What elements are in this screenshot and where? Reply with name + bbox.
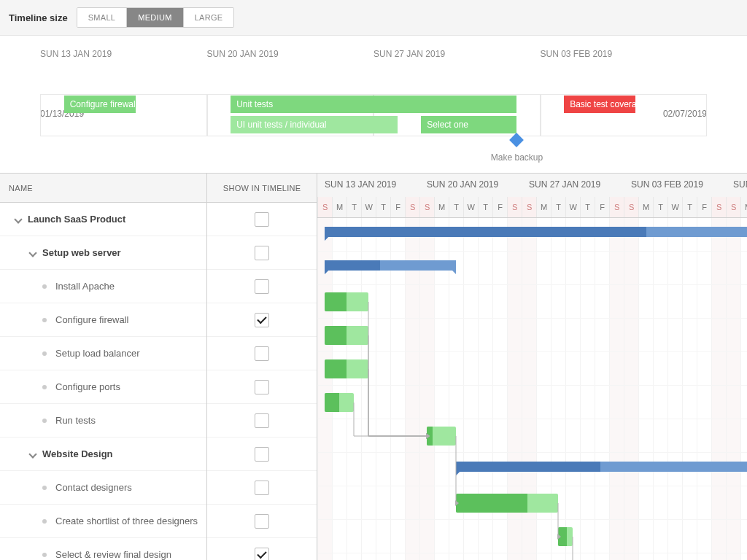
bullet-icon xyxy=(42,385,47,389)
chevron-down-icon[interactable] xyxy=(28,248,38,258)
task-row[interactable]: Run tests xyxy=(0,404,206,438)
week-label: SUN 27 JAN 2019 xyxy=(529,179,600,190)
show-cell xyxy=(207,471,317,505)
task-name: Configure firewall xyxy=(55,314,128,325)
task-name: Launch SaaS Product xyxy=(28,214,125,225)
day-header: S xyxy=(507,197,522,217)
task-name: Install Apache xyxy=(55,281,115,292)
task-bar[interactable] xyxy=(325,326,368,345)
timeline-column[interactable]: SUN 13 JAN 2019SUN 20 JAN 2019SUN 27 JAN… xyxy=(317,174,747,560)
overview-panel: 01/13/2019 02/07/2019 SUN 13 JAN 2019SUN… xyxy=(0,36,747,173)
show-checkbox[interactable] xyxy=(255,514,269,529)
bullet-icon xyxy=(42,284,47,289)
day-header: T xyxy=(478,197,492,217)
task-row[interactable]: Select & review final design xyxy=(0,538,206,560)
show-checkbox[interactable] xyxy=(255,413,269,428)
day-header: S xyxy=(522,197,536,217)
day-header: F xyxy=(492,197,507,217)
show-checkbox[interactable] xyxy=(255,246,269,260)
overview-bar[interactable]: Configure firewall xyxy=(64,96,136,113)
day-header: F xyxy=(697,197,711,217)
overview-week-label: SUN 03 FEB 2019 xyxy=(541,49,613,59)
task-name: Select & review final design xyxy=(55,549,171,560)
task-row[interactable]: Contact designers xyxy=(0,471,206,505)
task-name: Configure ports xyxy=(55,381,120,392)
show-cell xyxy=(207,203,317,236)
show-checkbox[interactable] xyxy=(255,548,269,561)
task-row[interactable]: Install Apache xyxy=(0,270,206,303)
show-cell xyxy=(207,303,317,337)
bullet-icon xyxy=(42,351,47,356)
show-cell xyxy=(207,236,317,270)
task-name: Contact designers xyxy=(55,482,132,493)
task-row[interactable]: Setup load balancer xyxy=(0,337,206,370)
day-header: T xyxy=(682,197,697,217)
week-label: SUN 10 FEB 2019 xyxy=(733,179,747,190)
task-row[interactable]: Setup web server xyxy=(0,236,206,270)
summary-bar[interactable] xyxy=(325,260,456,271)
show-cell xyxy=(207,438,317,471)
task-bar[interactable] xyxy=(325,393,354,412)
day-header: T xyxy=(376,197,390,217)
show-cell xyxy=(207,370,317,404)
show-checkbox[interactable] xyxy=(255,212,269,227)
day-header: S xyxy=(419,197,434,217)
task-row[interactable]: Create shortlist of three designers xyxy=(0,505,206,538)
task-row[interactable]: Website Design xyxy=(0,438,206,471)
day-header: S xyxy=(624,197,638,217)
chevron-down-icon[interactable] xyxy=(28,449,38,459)
show-checkbox[interactable] xyxy=(255,346,269,361)
overview-bar[interactable]: UI unit tests / individual xyxy=(231,116,398,133)
overview-bar[interactable]: Unit tests xyxy=(231,96,516,113)
overview-week-label: SUN 13 JAN 2019 xyxy=(40,49,112,59)
day-header: T xyxy=(653,197,667,217)
day-header: W xyxy=(463,197,478,217)
task-row[interactable]: Launch SaaS Product xyxy=(0,203,206,236)
summary-bar[interactable] xyxy=(325,227,747,237)
day-header: T xyxy=(449,197,463,217)
week-label: SUN 13 JAN 2019 xyxy=(325,179,396,190)
timeline-body[interactable] xyxy=(317,218,747,560)
show-checkbox[interactable] xyxy=(255,279,269,294)
day-header: M xyxy=(332,197,347,217)
day-header: F xyxy=(595,197,609,217)
chevron-down-icon[interactable] xyxy=(13,214,23,225)
day-header: T xyxy=(580,197,595,217)
show-checkbox[interactable] xyxy=(255,481,269,495)
bullet-icon xyxy=(42,419,47,423)
size-small[interactable]: SMALL xyxy=(77,8,128,27)
task-name: Run tests xyxy=(55,415,96,426)
task-bar[interactable] xyxy=(325,292,368,311)
task-row[interactable]: Configure ports xyxy=(0,370,206,404)
day-header: W xyxy=(667,197,682,217)
task-bar[interactable] xyxy=(456,494,558,513)
size-medium[interactable]: MEDIUM xyxy=(127,8,183,27)
day-header: S xyxy=(726,197,740,217)
task-bar[interactable] xyxy=(325,359,368,378)
bullet-icon xyxy=(42,553,47,557)
day-header: F xyxy=(390,197,405,217)
summary-bar[interactable] xyxy=(456,462,747,472)
show-checkbox[interactable] xyxy=(255,380,269,394)
show-header: SHOW IN TIMELINE xyxy=(207,174,317,203)
bullet-icon xyxy=(42,318,47,322)
overview-week-label: SUN 27 JAN 2019 xyxy=(374,49,445,59)
size-large[interactable]: LARGE xyxy=(184,8,234,27)
task-name: Setup web server xyxy=(42,247,121,258)
overview-week-label: SUN 20 JAN 2019 xyxy=(207,49,279,59)
show-cell xyxy=(207,404,317,438)
overview-bar[interactable]: Basic test coverage xyxy=(564,96,635,113)
task-row[interactable]: Configure firewall xyxy=(0,303,206,337)
week-label: SUN 03 FEB 2019 xyxy=(631,179,703,190)
show-cell xyxy=(207,337,317,370)
show-checkbox[interactable] xyxy=(255,313,269,327)
week-label: SUN 20 JAN 2019 xyxy=(427,179,498,190)
day-header: M xyxy=(740,197,747,217)
overview-bar[interactable]: Select one xyxy=(421,116,516,133)
show-cell xyxy=(207,270,317,303)
show-column: SHOW IN TIMELINE xyxy=(207,174,317,560)
show-checkbox[interactable] xyxy=(255,447,269,462)
day-header: M xyxy=(638,197,653,217)
day-header: T xyxy=(551,197,565,217)
task-name: Website Design xyxy=(42,448,113,459)
